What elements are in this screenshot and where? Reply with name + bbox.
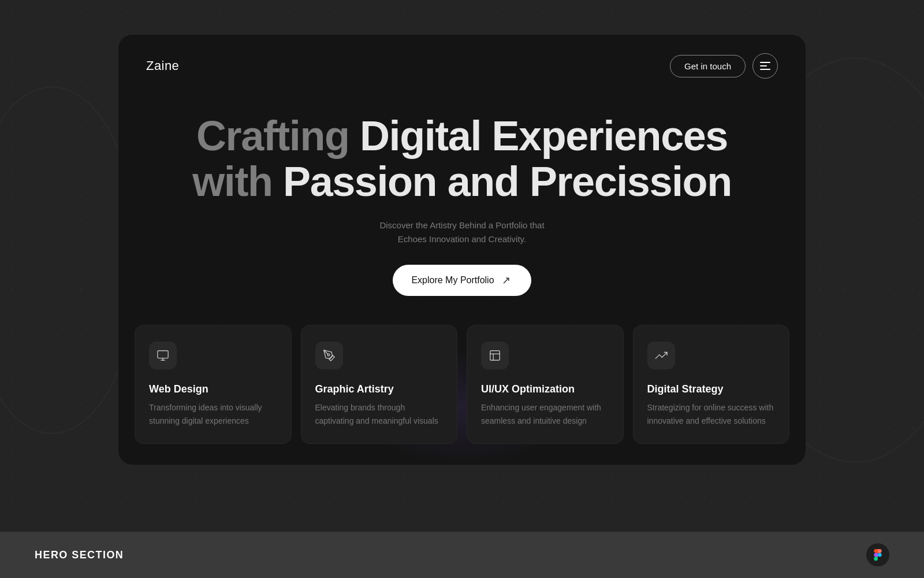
graphic-artistry-desc: Elevating brands through captivating and…: [315, 401, 444, 427]
monitor-icon: [157, 349, 169, 362]
explore-button[interactable]: Explore My Portfolio ↗: [393, 265, 531, 296]
graphic-artistry-icon-wrap: [315, 342, 343, 369]
nav-actions: Get in touch: [670, 53, 778, 79]
trending-up-icon: [655, 349, 668, 362]
web-design-icon-wrap: [149, 342, 177, 369]
svg-rect-0: [158, 351, 168, 358]
service-card-web-design[interactable]: Web Design Transforming ideas into visua…: [135, 325, 292, 444]
hero-title-digital: Digital Experiences: [360, 113, 728, 159]
pen-tool-icon: [323, 349, 336, 362]
digital-strategy-desc: Strategizing for online success with inn…: [647, 401, 776, 427]
web-design-desc: Transforming ideas into visually stunnin…: [149, 401, 277, 427]
service-card-graphic-artistry[interactable]: Graphic Artistry Elevating brands throug…: [301, 325, 458, 444]
svg-rect-2: [490, 351, 500, 361]
digital-strategy-icon-wrap: [647, 342, 675, 369]
hero-title-line1: Crafting Digital Experiences: [196, 113, 728, 159]
uiux-icon-wrap: [481, 342, 509, 369]
figma-icon: [866, 543, 889, 566]
figma-logo-svg: [872, 549, 884, 561]
layout-icon: [489, 349, 501, 362]
hero-title: Crafting Digital Experiences with Passio…: [153, 113, 771, 205]
hero-title-line2: with Passion and Precission: [192, 158, 731, 205]
svg-point-1: [327, 354, 330, 357]
hero-title-with: with: [192, 158, 283, 205]
outer-wrapper: Zaine Get in touch Crafting Digital Expe…: [0, 0, 924, 578]
hero-section: Crafting Digital Experiences with Passio…: [118, 90, 806, 296]
hero-title-passion: Passion and Precission: [283, 158, 732, 205]
graphic-artistry-title: Graphic Artistry: [315, 383, 444, 395]
services-grid: Web Design Transforming ideas into visua…: [118, 302, 806, 465]
web-design-title: Web Design: [149, 383, 277, 395]
arrow-icon: ↗: [500, 274, 513, 287]
hero-title-crafting: Crafting: [196, 113, 360, 159]
hero-subtitle: Discover the Artistry Behind a Portfolio…: [153, 218, 771, 246]
hero-subtitle-line2: Echoes Innovation and Creativity.: [398, 234, 526, 244]
logo: Zaine: [146, 58, 179, 73]
digital-strategy-title: Digital Strategy: [647, 383, 776, 395]
hamburger-icon: [760, 62, 770, 70]
get-in-touch-button[interactable]: Get in touch: [670, 55, 746, 77]
service-card-digital-strategy[interactable]: Digital Strategy Strategizing for online…: [633, 325, 790, 444]
explore-button-label: Explore My Portfolio: [411, 275, 494, 286]
navbar: Zaine Get in touch: [118, 35, 806, 90]
hero-subtitle-line1: Discover the Artistry Behind a Portfolio…: [379, 220, 544, 230]
bottom-bar: HERO SECTION: [0, 532, 924, 578]
bottom-bar-label: HERO SECTION: [35, 549, 124, 561]
menu-button[interactable]: [752, 53, 778, 79]
uiux-title: UI/UX Optimization: [481, 383, 609, 395]
main-card: Zaine Get in touch Crafting Digital Expe…: [118, 35, 806, 465]
uiux-desc: Enhancing user engagement with seamless …: [481, 401, 609, 427]
decorative-curve-left: [0, 87, 139, 433]
service-card-uiux[interactable]: UI/UX Optimization Enhancing user engage…: [467, 325, 624, 444]
